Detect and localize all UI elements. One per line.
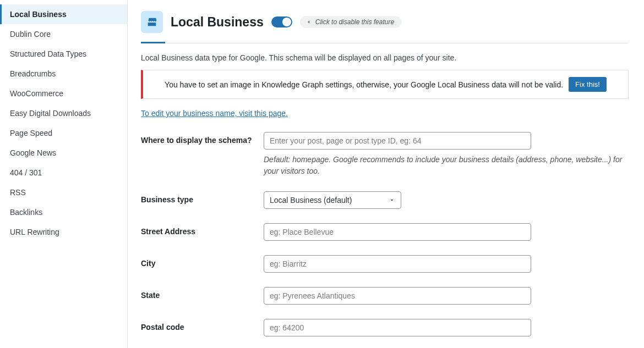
sidebar: Local Business Dublin Core Structured Da… [0,0,128,348]
field-business-type: Business type Local Business (default) [141,191,629,209]
accent-underline [141,42,165,43]
sidebar-item-woocommerce[interactable]: WooCommerce [0,84,127,103]
disable-feature-button[interactable]: Click to disable this feature [300,16,402,28]
sidebar-item-local-business[interactable]: Local Business [0,4,127,24]
main-content: Local Business Click to disable this fea… [128,0,644,348]
page-title: Local Business [171,15,264,30]
city-label: City [141,255,253,269]
fix-this-button[interactable]: Fix this! [569,77,607,92]
city-input[interactable] [264,255,531,273]
sidebar-item-rss[interactable]: RSS [0,183,127,202]
where-label: Where to display the schema? [141,132,253,146]
disable-feature-label: Click to disable this feature [315,18,394,26]
street-input[interactable] [264,223,531,241]
state-input[interactable] [264,287,531,305]
alert-text: You have to set an image in Knowledge Gr… [165,80,563,89]
store-icon [141,11,163,33]
arrow-left-icon [305,19,312,25]
field-street: Street Address [141,223,629,241]
street-label: Street Address [141,223,253,237]
business-type-label: Business type [141,191,253,205]
postal-label: Postal code [141,319,253,333]
intro-text: Local Business data type for Google. Thi… [141,53,629,62]
warning-alert: You have to set an image in Knowledge Gr… [141,70,629,99]
sidebar-item-easy-digital-downloads[interactable]: Easy Digital Downloads [0,103,127,123]
field-where: Where to display the schema? Default: ho… [141,132,629,177]
field-state: State [141,287,629,305]
field-postal: Postal code [141,319,629,336]
sidebar-item-dublin-core[interactable]: Dublin Core [0,24,127,44]
sidebar-item-page-speed[interactable]: Page Speed [0,123,127,143]
page-header: Local Business Click to disable this fea… [141,11,629,43]
sidebar-item-backlinks[interactable]: Backlinks [0,202,127,222]
sidebar-item-404-301[interactable]: 404 / 301 [0,163,127,183]
edit-business-name-link[interactable]: To edit your business name, visit this p… [141,109,288,118]
sidebar-item-url-rewriting[interactable]: URL Rewriting [0,222,127,242]
postal-input[interactable] [264,319,531,336]
where-hint: Default: homepage. Google recommends to … [264,154,627,177]
sidebar-item-structured-data-types[interactable]: Structured Data Types [0,44,127,64]
where-input[interactable] [264,132,531,150]
business-type-select[interactable]: Local Business (default) [264,191,401,209]
state-label: State [141,287,253,301]
field-city: City [141,255,629,273]
sidebar-item-breadcrumbs[interactable]: Breadcrumbs [0,64,127,84]
sidebar-item-google-news[interactable]: Google News [0,143,127,163]
feature-toggle[interactable] [271,16,292,27]
